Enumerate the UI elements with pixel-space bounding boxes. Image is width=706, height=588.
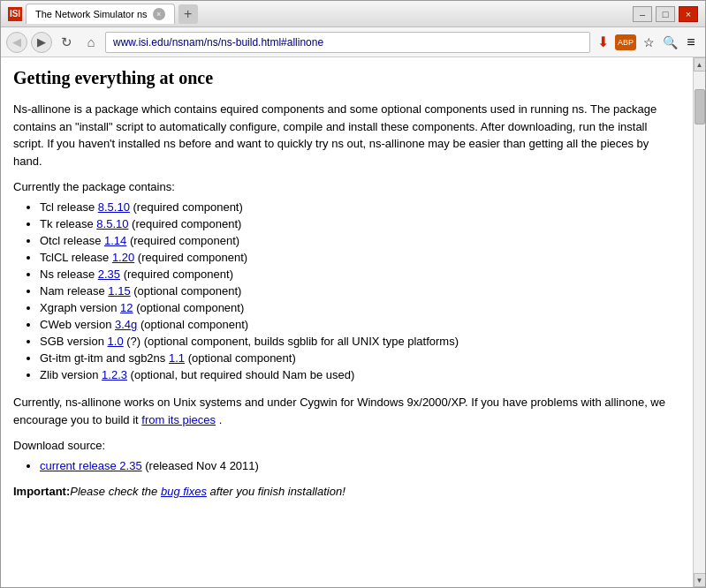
list-item: Xgraph version 12 (optional component)	[40, 301, 680, 314]
download-label: Download source:	[13, 439, 680, 452]
scroll-up-button[interactable]: ▲	[694, 57, 706, 72]
content-area: Getting everything at once Ns-allinone i…	[1, 57, 705, 587]
download-item: current release 2.35 (released Nov 4 201…	[40, 459, 680, 472]
list-item: Nam release 1.15 (optional component)	[40, 284, 680, 298]
forward-button[interactable]: ▶	[31, 32, 52, 53]
scroll-track[interactable]	[694, 72, 705, 573]
gtitm-link[interactable]: 1.1	[169, 351, 185, 365]
component-list: Tcl release 8.5.10 (required component) …	[40, 200, 680, 381]
list-item: Gt-itm gt-itm and sgb2ns 1.1 (optional c…	[40, 351, 680, 365]
current-release-link[interactable]: current release 2.35	[40, 459, 142, 472]
menu-icon[interactable]: ≡	[682, 34, 700, 51]
bookmark-icon[interactable]: ☆	[640, 34, 657, 51]
tclcl-link[interactable]: 1.20	[112, 251, 134, 264]
important-bold: Important:	[13, 485, 70, 498]
search-icon[interactable]: 🔍	[661, 34, 679, 51]
list-item: Zlib version 1.2.3 (optional, but requir…	[40, 368, 680, 381]
new-tab-button[interactable]: +	[178, 4, 198, 24]
tk-link[interactable]: 8.5.10	[96, 217, 128, 230]
download-list: current release 2.35 (released Nov 4 201…	[40, 459, 680, 472]
minimize-button[interactable]: –	[633, 6, 652, 22]
active-tab[interactable]: The Network Simulator ns ×	[26, 4, 175, 24]
cygwin-text: Currently, ns-allinone works on Unix sys…	[13, 396, 665, 426]
tab-title: The Network Simulator ns	[35, 9, 148, 19]
page-heading: Getting everything at once	[13, 68, 680, 88]
browser-logo: ISI	[8, 7, 22, 21]
home-button[interactable]: ⌂	[80, 32, 102, 53]
tcl-link[interactable]: 8.5.10	[98, 200, 130, 214]
nav-bar: ◀ ▶ ↻ ⌂ www.isi.edu/nsnam/ns/ns-build.ht…	[1, 27, 705, 57]
ns-link[interactable]: 2.35	[98, 268, 120, 281]
list-item: Tcl release 8.5.10 (required component)	[40, 200, 680, 214]
adblock-icon[interactable]: ABP	[615, 34, 636, 50]
list-item: Tk release 8.5.10 (required component)	[40, 217, 680, 230]
close-button[interactable]: ×	[679, 6, 698, 22]
list-item: Ns release 2.35 (required component)	[40, 268, 680, 281]
tab-area: The Network Simulator ns × +	[26, 4, 629, 24]
reload-button[interactable]: ↻	[56, 32, 77, 53]
url-text: www.isi.edu/nsnam/ns/ns-build.html#allin…	[113, 36, 323, 49]
window-controls: – □ ×	[633, 6, 698, 22]
download-icon[interactable]: ⬇	[594, 34, 611, 51]
otcl-link[interactable]: 1.14	[104, 234, 126, 247]
back-button[interactable]: ◀	[6, 32, 27, 53]
page-content: Getting everything at once Ns-allinone i…	[1, 57, 693, 587]
scroll-down-button[interactable]: ▼	[694, 573, 706, 587]
from-its-pieces-link[interactable]: from its pieces	[141, 413, 216, 426]
intro-paragraph: Ns-allinone is a package which contains …	[13, 101, 680, 170]
zlib-link[interactable]: 1.2.3	[102, 368, 127, 381]
list-item: TclCL release 1.20 (required component)	[40, 251, 680, 264]
sgb-link[interactable]: 1.0	[108, 335, 124, 348]
important-italic: Please check the bug fixes after you fin…	[70, 485, 345, 498]
cygwin-text-end: .	[219, 413, 223, 426]
list-item: CWeb version 3.4g (optional component)	[40, 318, 680, 331]
cweb-link[interactable]: 3.4g	[115, 318, 137, 331]
xgraph-link[interactable]: 12	[120, 301, 133, 314]
cygwin-paragraph: Currently, ns-allinone works on Unix sys…	[13, 394, 680, 428]
browser-window: ISI The Network Simulator ns × + – □ × ◀…	[0, 0, 706, 588]
list-item: Otcl release 1.14 (required component)	[40, 234, 680, 247]
tab-close-button[interactable]: ×	[153, 8, 165, 20]
title-bar: ISI The Network Simulator ns × + – □ ×	[1, 1, 705, 27]
maximize-button[interactable]: □	[656, 6, 675, 22]
scrollbar[interactable]: ▲ ▼	[693, 57, 705, 587]
list-item: SGB version 1.0 (?) (optional component,…	[40, 335, 680, 348]
release-suffix: (released Nov 4 2011)	[145, 459, 259, 472]
nam-link[interactable]: 1.15	[108, 284, 130, 298]
package-contains-label: Currently the package contains:	[13, 180, 680, 193]
address-bar[interactable]: www.isi.edu/nsnam/ns/ns-build.html#allin…	[105, 32, 590, 53]
important-line: Important:Please check the bug fixes aft…	[13, 485, 680, 498]
bug-fixes-link[interactable]: bug fixes	[161, 485, 207, 498]
scroll-thumb[interactable]	[695, 89, 705, 124]
